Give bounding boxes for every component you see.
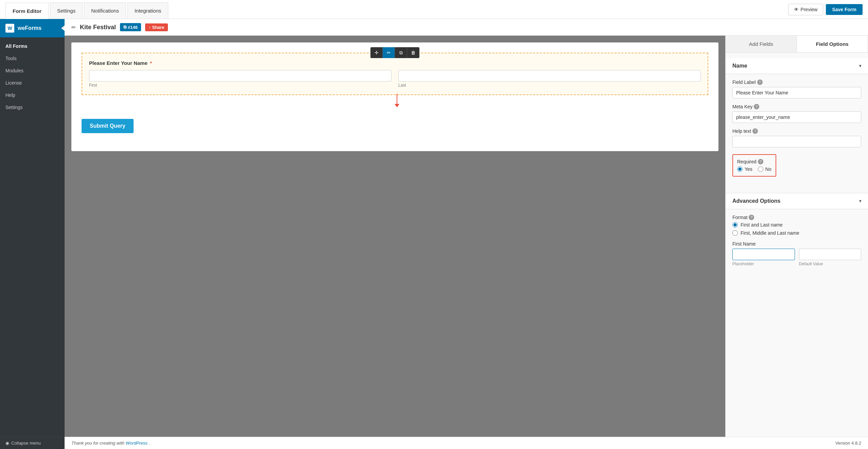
edit-btn[interactable]: ✏ (383, 47, 395, 58)
collapse-menu[interactable]: ◉ Collapse menu (0, 437, 65, 449)
first-name-input[interactable] (89, 70, 392, 82)
required-asterisk: * (150, 60, 152, 66)
first-name-placeholder-input[interactable] (732, 249, 795, 260)
field-label-help-icon[interactable]: ? (757, 79, 763, 85)
sidebar: W weForms All Forms Tools Modules Licens… (0, 19, 65, 449)
panel-tabs: Add Fields Field Options (726, 36, 868, 53)
top-nav-actions: 👁 Preview Save Form (788, 0, 863, 19)
required-radio-group: Yes No (737, 166, 771, 172)
name-section-title: Name (732, 63, 747, 69)
first-name-default-input[interactable] (799, 249, 862, 260)
required-label: Required ? (737, 159, 771, 164)
top-nav: Form Editor Settings Notifications Integ… (0, 0, 868, 19)
default-value-sublabel: Default Value (799, 262, 862, 266)
required-help-icon[interactable]: ? (758, 159, 763, 164)
tab-integrations[interactable]: Integrations (127, 2, 168, 19)
collapse-icon: ◉ (5, 441, 9, 446)
sidebar-item-settings[interactable]: Settings (0, 101, 65, 113)
advanced-chevron-down-icon[interactable]: ▾ (859, 199, 861, 203)
first-name-label: First Name (732, 241, 861, 247)
field-options-section: Name ▾ Field Label ? Meta (726, 53, 868, 187)
help-text-help-icon[interactable]: ? (752, 128, 758, 134)
format-first-middle-last[interactable]: First, Middle and Last name (732, 230, 861, 236)
move-btn[interactable]: ✛ (370, 47, 383, 58)
meta-key-help-icon[interactable]: ? (754, 104, 759, 109)
help-text-label: Help text ? (732, 128, 861, 134)
sidebar-item-help[interactable]: Help (0, 89, 65, 101)
field-wrapper[interactable]: Please Enter Your Name * ✛ ✏ ⧉ 🗑 (82, 53, 708, 95)
name-section-header: Name ▾ (726, 58, 868, 74)
format-group: Format ? First and Last name First, Midd… (732, 215, 861, 236)
tab-field-options[interactable]: Field Options (797, 36, 868, 52)
format-help-icon[interactable]: ? (749, 215, 754, 220)
required-group: Required ? Yes No (732, 153, 861, 177)
preview-button[interactable]: 👁 Preview (788, 4, 823, 15)
sidebar-item-tools[interactable]: Tools (0, 52, 65, 65)
delete-btn[interactable]: 🗑 (407, 47, 419, 58)
advanced-options-title: Advanced Options (732, 198, 780, 204)
editor-panel-layout: Please Enter Your Name * ✛ ✏ ⧉ 🗑 (65, 36, 868, 437)
format-first-last[interactable]: First and Last name (732, 222, 861, 228)
footer: Thank you for creating with WordPress . … (65, 437, 868, 449)
advanced-options-section: Advanced Options ▾ Format ? First and La… (726, 187, 868, 277)
main-layout: W weForms All Forms Tools Modules Licens… (0, 19, 868, 449)
field-toolbar: ✛ ✏ ⧉ 🗑 (370, 47, 419, 58)
field-label: Please Enter Your Name * (89, 60, 701, 66)
logo-icon: W (5, 24, 14, 33)
footer-text: Thank you for creating with WordPress . (71, 441, 150, 446)
copy-icon: ⧉ (123, 24, 126, 30)
right-panel: Add Fields Field Options Name ▾ Field La… (725, 36, 868, 437)
nav-tabs: Form Editor Settings Notifications Integ… (5, 0, 788, 19)
tab-settings[interactable]: Settings (50, 2, 83, 19)
tab-form-editor[interactable]: Form Editor (5, 3, 49, 19)
help-text-input[interactable] (732, 136, 861, 147)
sidebar-item-all-forms[interactable]: All Forms (0, 40, 65, 52)
pencil-icon: ✏ (71, 24, 76, 31)
form-header: ✏ Kite Festival ⧉ #146 ↑ Share (65, 19, 868, 36)
format-first-middle-last-radio[interactable] (732, 230, 738, 236)
submit-button[interactable]: Submit Query (82, 119, 134, 133)
arrow-head (395, 104, 399, 107)
help-text-group: Help text ? (732, 128, 861, 147)
version-text: Version 4.8.2 (835, 441, 861, 446)
placeholder-col: Placeholder (732, 249, 795, 266)
required-no-radio[interactable] (758, 166, 763, 172)
share-icon: ↑ (149, 25, 151, 30)
required-yes-label[interactable]: Yes (737, 166, 752, 172)
advanced-options-header: Advanced Options ▾ (726, 193, 868, 209)
form-card: Please Enter Your Name * ✛ ✏ ⧉ 🗑 (71, 42, 718, 151)
last-name-input[interactable] (398, 70, 701, 82)
meta-key-input[interactable] (732, 111, 861, 123)
form-canvas: Please Enter Your Name * ✛ ✏ ⧉ 🗑 (65, 36, 725, 437)
required-no-label[interactable]: No (758, 166, 771, 172)
last-sublabel: Last (398, 83, 701, 88)
format-label: Format ? (732, 215, 861, 220)
chevron-down-icon[interactable]: ▾ (859, 64, 861, 68)
arrow-indicator (395, 94, 399, 107)
eye-icon: 👁 (794, 7, 799, 12)
sidebar-item-license[interactable]: License (0, 77, 65, 89)
meta-key-group: Meta Key ? (732, 104, 861, 123)
first-name-col: First (89, 70, 392, 88)
last-name-col: Last (398, 70, 701, 88)
wordpress-link[interactable]: WordPress (126, 441, 147, 446)
duplicate-btn[interactable]: ⧉ (395, 47, 407, 58)
first-sublabel: First (89, 83, 392, 88)
format-first-last-radio[interactable] (732, 222, 738, 228)
required-yes-radio[interactable] (737, 166, 743, 172)
field-label-input[interactable] (732, 87, 861, 98)
content-area: ✏ Kite Festival ⧉ #146 ↑ Share Please En… (65, 19, 868, 449)
field-input-row: First Last (89, 70, 701, 88)
logo-text: weForms (18, 25, 41, 31)
tab-add-fields[interactable]: Add Fields (726, 36, 797, 52)
tab-notifications[interactable]: Notifications (84, 2, 126, 19)
sidebar-logo[interactable]: W weForms (0, 19, 65, 37)
form-id-badge: ⧉ #146 (120, 23, 141, 31)
arrow-line (397, 94, 397, 104)
name-inputs-row: Placeholder Default Value (732, 249, 861, 266)
sidebar-item-modules[interactable]: Modules (0, 65, 65, 77)
field-label-group: Field Label ? (732, 79, 861, 98)
first-name-group: First Name Placeholder Default Value (732, 241, 861, 266)
share-badge[interactable]: ↑ Share (145, 23, 168, 31)
save-form-button[interactable]: Save Form (826, 4, 863, 15)
